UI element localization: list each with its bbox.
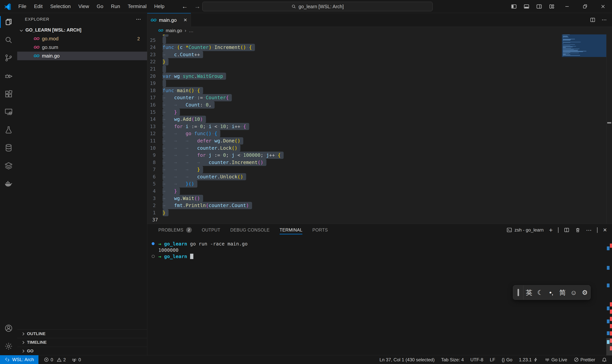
go-version-status[interactable]: 1.23.1 xyxy=(519,357,538,363)
ime-settings[interactable]: ⚙ xyxy=(579,286,590,299)
ime-toolbar[interactable]: 英☾•,简☺⚙ xyxy=(513,285,591,300)
toggle-secondary-sidebar-icon[interactable] xyxy=(533,0,545,13)
panel-tab-output[interactable]: OUTPUT xyxy=(202,224,220,236)
tab-close-icon[interactable]: ✕ xyxy=(183,17,187,23)
toggle-sidebar-icon[interactable] xyxy=(507,0,520,13)
ime-punctuation[interactable]: •, xyxy=(546,286,557,299)
ime-drag-handle[interactable] xyxy=(513,286,523,299)
code-line[interactable]: 16→ → Count:·0, xyxy=(147,101,562,109)
code-line[interactable]: 9→ → → for·j·:=·0;·j·<·100000;·j++·{ xyxy=(147,152,562,159)
split-terminal-icon[interactable] xyxy=(564,227,570,233)
panel-tab-problems[interactable]: PROBLEMS2 xyxy=(158,224,192,236)
activity-remote-explorer-icon[interactable] xyxy=(0,103,17,121)
toggle-panel-icon[interactable] xyxy=(520,0,533,13)
code-line[interactable]: 10→ → → counter.Lock() xyxy=(147,144,562,152)
code-line[interactable]: 24func·(c·*Counter)·Increment()·{ xyxy=(147,44,562,51)
prettier-status[interactable]: Prettier xyxy=(574,357,595,363)
overview-ruler[interactable] xyxy=(606,34,612,224)
account-icon[interactable] xyxy=(0,319,17,337)
code-line[interactable]: 22} xyxy=(147,58,562,65)
terminal-row[interactable]: → go_learn xyxy=(151,253,612,260)
settings-gear-icon[interactable] xyxy=(0,337,17,355)
breadcrumb[interactable]: GO main.go › … xyxy=(147,27,612,34)
code-line[interactable]: } xyxy=(147,34,562,37)
terminal-row[interactable]: → go_learn go run -race main.go xyxy=(151,241,612,247)
panel-tab-ports[interactable]: PORTS xyxy=(312,224,328,236)
restore-button[interactable] xyxy=(576,0,594,13)
menu-go[interactable]: Go xyxy=(93,0,107,13)
new-terminal-icon[interactable]: + xyxy=(549,226,553,234)
panel-tab-terminal[interactable]: TERMINAL xyxy=(279,224,303,236)
code-line[interactable]: 13→ for·i·:=·0;·i·<·10;·i++·{ xyxy=(147,123,562,130)
terminal-instance-label[interactable]: zsh - go_learn xyxy=(506,227,544,233)
activity-database-icon[interactable] xyxy=(0,139,17,157)
breadcrumb-file[interactable]: main.go xyxy=(166,28,182,33)
code-line[interactable]: 19 xyxy=(147,80,562,87)
encoding-status[interactable]: UTF-8 xyxy=(470,357,483,363)
menu-help[interactable]: Help xyxy=(150,0,168,13)
code-line[interactable]: 8→ → → → counter.Increment() xyxy=(147,159,562,166)
code-line[interactable]: 1} xyxy=(147,209,562,216)
ime-emoji[interactable]: ☺ xyxy=(568,286,579,299)
remote-indicator[interactable]: WSL: Arch xyxy=(0,355,39,364)
terminal-dropdown-icon[interactable] xyxy=(558,227,559,233)
activity-run-debug-icon[interactable] xyxy=(0,67,17,85)
split-editor-icon[interactable] xyxy=(590,17,596,23)
menu-run[interactable]: Run xyxy=(107,0,124,13)
file-item-go.sum[interactable]: GOgo.sum xyxy=(17,43,147,52)
section-outline[interactable]: OUTLINE xyxy=(17,329,147,338)
menu-terminal[interactable]: Terminal xyxy=(124,0,150,13)
close-window-button[interactable] xyxy=(594,0,612,13)
problems-status[interactable]: 0 2 xyxy=(44,357,66,363)
minimap[interactable] xyxy=(562,34,606,224)
code-line[interactable]: 17→ counter·:=·Counter{ xyxy=(147,94,562,101)
ports-status[interactable]: 0 xyxy=(71,357,81,363)
menu-view[interactable]: View xyxy=(75,0,93,13)
code-line[interactable]: 7→ → → } xyxy=(147,166,562,173)
activity-docker-icon[interactable] xyxy=(0,175,17,193)
go-live-button[interactable]: Go Live xyxy=(545,357,567,363)
maximize-panel-icon[interactable] xyxy=(597,227,598,233)
code-line[interactable]: 15→ } xyxy=(147,109,562,116)
code-line[interactable]: 5→ → }() xyxy=(147,180,562,188)
minimize-button[interactable] xyxy=(558,0,576,13)
panel-tab-debug-console[interactable]: DEBUG CONSOLE xyxy=(230,224,270,236)
command-decoration-open[interactable] xyxy=(152,255,155,258)
tab-main-go[interactable]: GO main.go ✕ xyxy=(147,13,191,27)
menu-edit[interactable]: Edit xyxy=(30,0,46,13)
notifications-bell-icon[interactable] xyxy=(602,357,607,363)
code-line[interactable]: 18func·main()·{ xyxy=(147,87,562,94)
close-panel-icon[interactable]: ✕ xyxy=(603,227,607,233)
code-line[interactable]: 21 xyxy=(147,65,562,73)
indentation-status[interactable]: Tab Size: 4 xyxy=(441,357,464,363)
menu-file[interactable]: File xyxy=(14,0,30,13)
command-decoration-filled[interactable] xyxy=(152,242,155,245)
editor-more-actions-icon[interactable] xyxy=(601,17,607,23)
command-center-search[interactable]: go_learn [WSL: Arch] xyxy=(202,2,433,11)
cursor-position-status[interactable]: Ln 37, Col 1 (430 selected) xyxy=(379,357,435,363)
file-item-main.go[interactable]: GOmain.go xyxy=(17,52,147,60)
eol-status[interactable]: LF xyxy=(490,357,495,363)
code-editor[interactable]: }2524func·(c·*Counter)·Increment()·{23→ … xyxy=(147,34,612,224)
code-line[interactable]: 2→ fmt.Println(counter.Count) xyxy=(147,202,562,209)
back-arrow-icon[interactable]: ← xyxy=(182,3,188,10)
code-line[interactable]: 20var·wg·sync.WaitGroup xyxy=(147,73,562,80)
ime-width-moon[interactable]: ☾ xyxy=(534,286,546,299)
activity-layers-icon[interactable] xyxy=(0,157,17,175)
section-go[interactable]: GO xyxy=(17,347,147,355)
ime-lang-english[interactable]: 英 xyxy=(523,286,534,299)
code-line[interactable]: 37 xyxy=(147,216,562,223)
breadcrumb-symbol[interactable]: … xyxy=(189,28,194,33)
code-line[interactable]: 14→ wg.Add(10) xyxy=(147,116,562,123)
menu-selection[interactable]: Selection xyxy=(46,0,75,13)
code-line[interactable]: 6→ → → counter.Unlock() xyxy=(147,173,562,181)
kill-terminal-icon[interactable] xyxy=(575,227,581,233)
activity-testing-icon[interactable] xyxy=(0,121,17,139)
code-line[interactable]: 12→ → go·func()·{ xyxy=(147,130,562,137)
code-line[interactable]: 3→ wg.Wait() xyxy=(147,195,562,202)
activity-extensions-icon[interactable] xyxy=(0,85,17,103)
language-status[interactable]: {} Go xyxy=(502,357,512,363)
ime-simplified-chinese[interactable]: 简 xyxy=(557,286,568,299)
explorer-more-actions-icon[interactable] xyxy=(136,16,141,22)
code-line[interactable]: 4→ } xyxy=(147,188,562,195)
